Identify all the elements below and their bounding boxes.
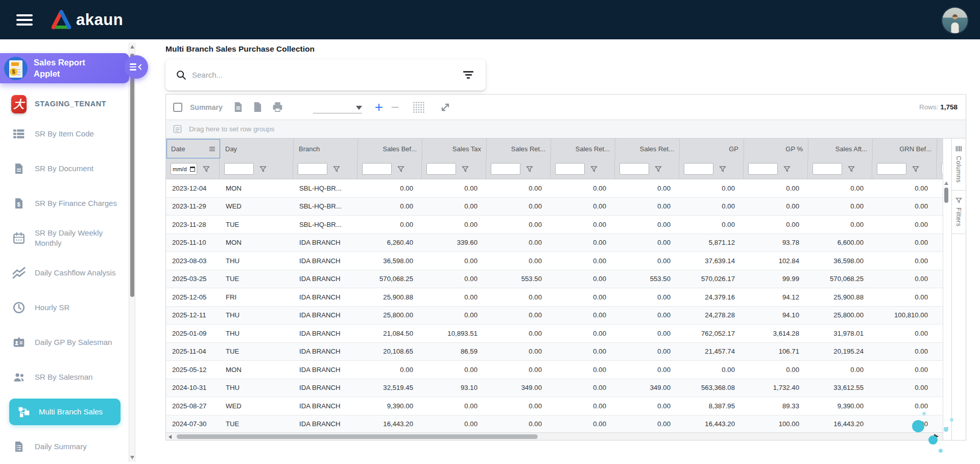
search-input[interactable] [192,71,461,79]
column-header-date[interactable]: Date [166,139,220,158]
funnel-icon[interactable] [526,166,533,173]
funnel-icon[interactable] [655,166,662,173]
column-header-blank[interactable] [937,138,943,159]
column-header-branch[interactable]: Branch [294,138,358,159]
table-row[interactable]: 2024-10-31THUIDA BRANCH32,519.4593.10349… [166,379,943,398]
sidebar-item-hourly-sr[interactable]: Hourly SR [0,290,129,325]
scroll-down-icon[interactable] [130,456,134,459]
filter-cell-day-1 [220,159,293,179]
column-header-gp[interactable]: GP [680,138,744,159]
tab-filters[interactable]: Filters [952,191,965,235]
sidebar-scrollbar[interactable] [129,42,135,462]
blank-document-icon[interactable] [252,101,264,113]
hamburger-menu-icon[interactable] [16,14,33,26]
table-row[interactable]: 2023-12-04MONSBL-HQ-BR...0.000.000.000.0… [166,179,943,198]
funnel-icon[interactable] [783,166,791,173]
funnel-icon[interactable] [333,166,340,173]
sidebar-collapse-button[interactable] [125,55,148,79]
scroll-up-icon[interactable] [944,181,948,185]
filter-input[interactable] [555,163,585,175]
filter-input[interactable] [812,163,842,175]
table-row[interactable]: 2025-08-27WEDIDA BRANCH9,390.000.000.000… [166,397,943,415]
funnel-icon[interactable] [397,166,404,173]
vertical-scrollbar[interactable] [943,138,949,440]
table-row[interactable]: 2024-07-30TUEIDA BRANCH16,443.200.000.00… [166,415,943,433]
table-row[interactable]: 2025-11-10MONIDA BRANCH6,260.40339.600.0… [166,234,943,252]
filter-input[interactable] [877,163,906,175]
scroll-up-icon[interactable] [130,45,134,49]
filter-input[interactable] [362,163,392,175]
filter-input[interactable] [748,163,778,175]
funnel-icon[interactable] [719,166,726,173]
funnel-icon[interactable] [203,166,210,173]
horizontal-scrollbar[interactable] [166,432,943,440]
table-row[interactable]: 2025-01-09THUIDA BRANCH21,084.5010,893.5… [166,324,943,343]
table-row[interactable]: 2023-11-29WEDSBL-HQ-BR...0.000.000.000.0… [166,198,943,216]
sidebar-scrollbar-thumb[interactable] [130,54,134,297]
toolbar-dropdown[interactable] [313,101,362,113]
horizontal-scrollbar-thumb[interactable] [177,434,538,439]
column-header-grn-bef-11[interactable]: GRN Bef... [873,138,937,159]
finance-document-icon: $ [11,196,27,211]
funnel-icon[interactable] [590,166,597,173]
table-row[interactable]: 2023-08-03THUIDA BRANCH36,598.000.000.00… [166,252,943,270]
table-cell: 0.00 [551,343,615,361]
sidebar-item-sr-by-salesman[interactable]: SR By Salesman [0,360,129,395]
table-row[interactable]: 2025-03-25TUEIDA BRANCH570,068.250.00553… [166,270,943,289]
funnel-icon[interactable] [848,166,855,173]
sidebar-item-staging-tenant[interactable]: 大STAGING_TENANT [0,92,129,117]
filter-input[interactable] [684,163,713,175]
summary-checkbox[interactable] [173,103,182,112]
filter-input[interactable] [298,163,327,175]
table-row[interactable]: 2025-11-04TUEIDA BRANCH20,108.6586.590.0… [166,343,943,361]
table-row[interactable]: 2023-11-28TUESBL-HQ-BR...0.000.000.000.0… [166,216,943,234]
user-avatar[interactable] [942,8,968,33]
filter-input[interactable] [426,163,456,175]
column-header-sales-ret-5[interactable]: Sales Ret... [487,138,551,159]
date-filter-input[interactable]: mm/d [171,163,197,175]
column-header-day[interactable]: Day [220,138,294,159]
table-cell: TUE [220,216,293,234]
column-header-sales-bef-3[interactable]: Sales Bef... [358,138,422,159]
funnel-icon[interactable] [912,166,919,173]
sidebar-item-sr-by-item-code[interactable]: SR By Item Code [0,117,129,151]
table-cell: 1,732.40 [744,379,808,397]
sidebar-item-sr-by-daily-weekly-monthly[interactable]: SR By Daily Weekly Monthly [0,221,129,256]
sidebar-item-daily-gp-by-salesman[interactable]: Daily GP By Salesman [0,325,129,360]
column-menu-icon[interactable] [209,146,216,152]
expand-icon[interactable] [439,101,451,113]
table-row[interactable]: 2025-12-11THUIDA BRANCH25,800.000.000.00… [166,307,943,325]
filter-input[interactable] [491,163,520,175]
funnel-icon[interactable] [462,166,469,173]
table-row[interactable]: 2025-05-12MONIDA BRANCH0.000.000.000.000… [166,361,943,379]
remove-icon[interactable]: − [391,102,399,113]
column-header-gp[interactable]: GP % [744,138,808,159]
row-group-dropzone[interactable]: Drag here to set row groups [166,120,966,138]
filter-input[interactable] [224,163,254,175]
column-header-sales-ret-7[interactable]: Sales Ret... [615,138,680,159]
print-icon[interactable] [271,101,284,113]
filter-input[interactable] [941,163,943,175]
funnel-icon[interactable] [259,166,267,173]
select-grid-icon[interactable] [413,102,424,113]
column-header-sales-aft-10[interactable]: Sales Aft... [808,138,873,159]
table-cell: 2025-11-10 [166,234,220,252]
export-file-icon[interactable] [232,101,244,113]
filter-lines-icon[interactable] [461,69,475,81]
column-header-sales-ret-6[interactable]: Sales Ret... [551,138,615,159]
sidebar-item-sr-by-document[interactable]: SR By Document [0,151,129,186]
column-header-sales-tax[interactable]: Sales Tax [422,138,487,159]
tab-columns[interactable]: Columns [952,138,965,191]
sidebar-item-multi-branch-sales[interactable]: Multi Branch Sales [9,399,121,425]
sidebar-item-sr-by-finance-charges[interactable]: $SR By Finance Charges [0,186,129,221]
sidebar-item-daily-cashflow-analysis[interactable]: Daily Cashflow Analysis [0,256,129,290]
table-row[interactable]: 2025-12-05FRIIDA BRANCH25,900.880.000.00… [166,288,943,307]
sidebar-item-daily-summary[interactable]: Daily Summary [0,429,129,464]
table-cell: 570,026.17 [679,270,744,288]
brand-logo: akaun [50,9,123,31]
id-badge-icon [11,335,27,350]
filter-input[interactable] [619,163,649,175]
vertical-scrollbar-thumb[interactable] [944,188,948,203]
scroll-left-icon[interactable] [169,435,172,439]
add-icon[interactable]: + [375,102,383,113]
